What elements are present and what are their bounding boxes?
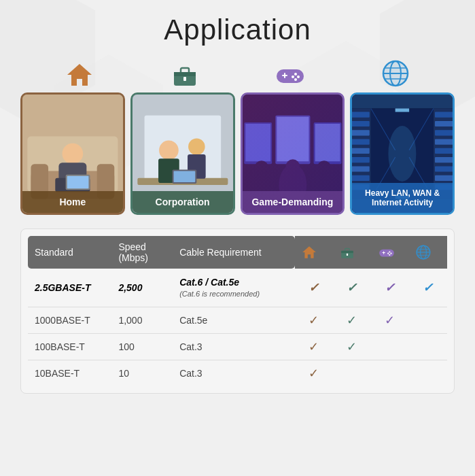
card-game-label: Game-Demanding [243,191,343,213]
header-game-icon [371,236,409,269]
svg-rect-27 [67,176,89,188]
briefcase-icon [171,63,198,87]
svg-rect-86 [341,251,353,253]
svg-rect-56 [352,112,370,118]
check-2500-corp: ✓ [333,269,371,307]
check-10-home: ✓ [295,360,333,387]
globe-icon-small [416,245,431,260]
svg-point-9 [297,75,300,78]
svg-rect-90 [383,251,384,254]
svg-point-93 [387,253,389,254]
svg-rect-72 [435,166,453,171]
svg-rect-67 [435,121,453,126]
svg-point-8 [294,73,297,75]
header-cable: Cable Requirement [173,236,294,269]
svg-rect-87 [347,254,348,256]
check-10-game [371,360,409,387]
table-row-100: 100BASE-T 100 Cat.3 ✓ ✓ [28,334,447,360]
svg-rect-58 [352,130,370,135]
cable-100: Cat.3 [173,334,294,360]
check-1000-home: ✓ [295,307,333,334]
gamepad-icon-small [378,245,395,259]
card-game: Game-Demanding [241,92,345,215]
check-100-home: ✓ [295,334,333,360]
svg-rect-63 [352,175,370,181]
table-header: Standard Speed (Mbps) Cable Requirement [28,236,447,269]
svg-rect-53 [352,95,453,108]
card-corp-label: Corporation [133,191,233,213]
svg-rect-60 [352,148,370,154]
check-100-game [371,334,409,360]
check-2500-game: ✓ [371,269,409,307]
svg-rect-88 [379,250,394,257]
svg-point-10 [292,75,294,78]
globe-icon-container [345,60,446,87]
svg-point-91 [389,251,390,252]
speed-10: 10 [111,360,173,387]
game-icon-container [239,63,341,87]
check-1000-lan [409,307,447,334]
table-row-2500: 2.5GBASE-T 2,500 Cat.6 / Cat.5e (Cat.6 i… [28,269,447,307]
cable-2500: Cat.6 / Cat.5e (Cat.6 is recommended) [173,269,294,307]
svg-point-11 [294,78,297,81]
speed-2500: 2,500 [111,269,173,307]
speed-1000: 1,000 [111,307,173,334]
svg-rect-4 [183,77,186,81]
home-icon-small [302,245,317,259]
svg-rect-76 [395,108,409,112]
table-row-1000: 1000BASE-T 1,000 Cat.5e ✓ ✓ ✓ [28,307,447,334]
svg-rect-57 [352,121,370,126]
home-icon [66,63,93,87]
header-standard: Standard [28,236,111,269]
svg-rect-69 [435,139,453,145]
corporation-icon-container [134,63,236,87]
svg-rect-73 [435,175,453,181]
card-home-label: Home [22,191,123,213]
svg-marker-83 [302,246,316,258]
header-corp-icon [333,236,371,269]
svg-rect-68 [435,130,453,135]
svg-point-92 [390,253,391,254]
card-lan: Heavy LAN, WAN & Internet Activity [350,92,455,215]
standard-100: 100BASE-T [28,334,111,360]
header-speed: Speed (Mbps) [111,236,173,269]
svg-point-32 [159,141,179,160]
svg-point-82 [389,126,417,182]
svg-rect-37 [173,171,195,182]
globe-icon [382,60,409,87]
cable-1000: Cat.5e [173,307,294,334]
svg-point-17 [383,61,408,86]
cable-10: Cat.3 [173,360,294,387]
category-icons-row [20,60,455,87]
svg-rect-71 [435,157,453,163]
standard-10: 10BASE-T [28,360,111,387]
check-100-corp: ✓ [333,334,371,360]
speed-100: 100 [111,334,173,360]
card-lan-label: Heavy LAN, WAN & Internet Activity [352,183,453,213]
briefcase-icon-small [340,245,355,259]
standard-1000: 1000BASE-T [28,307,111,334]
svg-rect-7 [284,73,285,78]
svg-rect-70 [435,148,453,154]
svg-point-34 [188,138,205,155]
svg-rect-59 [352,139,370,145]
check-10-corp [333,360,371,387]
svg-rect-5 [277,69,304,83]
header-home-icon [295,236,333,269]
svg-marker-0 [67,64,92,86]
home-icon-container [29,63,130,87]
comparison-table: Standard Speed (Mbps) Cable Requirement [20,228,455,394]
check-100-lan [409,334,447,360]
svg-rect-61 [352,157,370,163]
svg-rect-3 [174,72,196,76]
table-row-10: 10BASE-T 10 Cat.3 ✓ [28,360,447,387]
page-title: Application [20,14,455,46]
svg-point-23 [63,143,84,165]
check-1000-corp: ✓ [333,307,371,334]
svg-rect-62 [352,166,370,171]
check-10-lan [409,360,447,387]
check-1000-game: ✓ [371,307,409,334]
application-cards: Home [20,92,455,215]
check-2500-lan: ✓ [409,269,447,307]
standard-2500: 2.5GBASE-T [28,269,111,307]
